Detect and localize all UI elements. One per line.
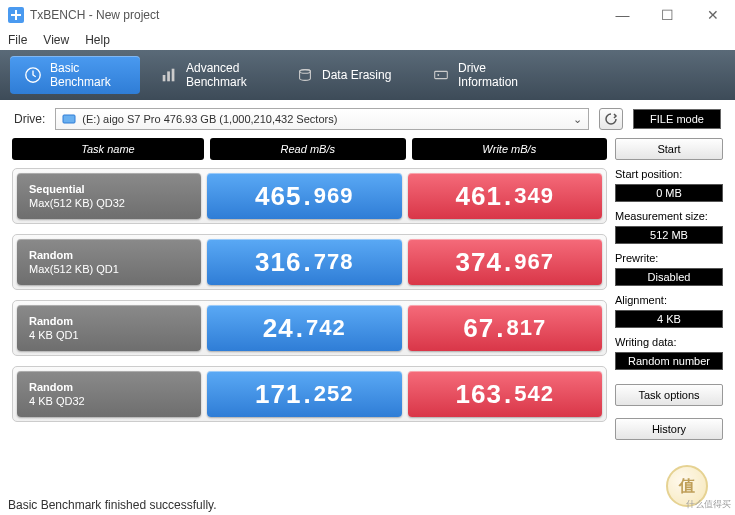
menu-bar: File View Help xyxy=(0,30,735,50)
svg-rect-3 xyxy=(167,71,170,81)
task-random-4k-qd1[interactable]: Random4 KB QD1 xyxy=(17,305,201,351)
drive-label: Drive: xyxy=(14,112,45,126)
minimize-button[interactable]: — xyxy=(600,0,645,30)
refresh-button[interactable] xyxy=(599,108,623,130)
svg-rect-6 xyxy=(435,71,448,78)
drive-select[interactable]: (E:) aigo S7 Pro 476.93 GB (1,000,210,43… xyxy=(55,108,589,130)
read-value: 316.778 xyxy=(207,239,402,285)
svg-rect-4 xyxy=(172,69,175,82)
start-position-label: Start position: xyxy=(615,164,723,180)
table-row: Random4 KB QD1 24.742 67.817 xyxy=(12,300,607,356)
clock-icon xyxy=(24,66,42,84)
measurement-size-label: Measurement size: xyxy=(615,206,723,222)
alignment-label: Alignment: xyxy=(615,290,723,306)
file-mode-button[interactable]: FILE mode xyxy=(633,109,721,129)
status-bar: Basic Benchmark finished successfully. xyxy=(0,495,735,515)
prewrite-value[interactable]: Disabled xyxy=(615,268,723,286)
measurement-size-value[interactable]: 512 MB xyxy=(615,226,723,244)
window-title: TxBENCH - New project xyxy=(30,8,159,22)
tab-drive-information[interactable]: DriveInformation xyxy=(418,56,548,94)
header-task: Task name xyxy=(12,138,204,160)
alignment-value[interactable]: 4 KB xyxy=(615,310,723,328)
tab-advanced-benchmark[interactable]: AdvancedBenchmark xyxy=(146,56,276,94)
tab-data-erasing[interactable]: Data Erasing xyxy=(282,56,412,94)
table-row: RandomMax(512 KB) QD1 316.778 374.967 xyxy=(12,234,607,290)
task-options-button[interactable]: Task options xyxy=(615,384,723,406)
tab-bar: BasicBenchmark AdvancedBenchmark Data Er… xyxy=(0,50,735,100)
tab-basic-benchmark[interactable]: BasicBenchmark xyxy=(10,56,140,94)
erase-icon xyxy=(296,66,314,84)
header-write: Write mB/s xyxy=(412,138,608,160)
writing-data-value[interactable]: Random number xyxy=(615,352,723,370)
drive-icon xyxy=(432,66,450,84)
task-sequential-qd32[interactable]: SequentialMax(512 KB) QD32 xyxy=(17,173,201,219)
writing-data-label: Writing data: xyxy=(615,332,723,348)
svg-point-7 xyxy=(437,74,439,76)
task-random-512-qd1[interactable]: RandomMax(512 KB) QD1 xyxy=(17,239,201,285)
app-icon xyxy=(8,7,24,23)
refresh-icon xyxy=(604,112,618,126)
maximize-button[interactable]: ☐ xyxy=(645,0,690,30)
hdd-icon xyxy=(62,112,76,126)
write-value: 374.967 xyxy=(408,239,603,285)
side-panel: Start Start position: 0 MB Measurement s… xyxy=(615,138,723,440)
svg-point-5 xyxy=(300,70,311,74)
watermark: 值 什么值得买 xyxy=(643,461,731,511)
menu-file[interactable]: File xyxy=(8,33,27,47)
task-random-4k-qd32[interactable]: Random4 KB QD32 xyxy=(17,371,201,417)
history-button[interactable]: History xyxy=(615,418,723,440)
start-button[interactable]: Start xyxy=(615,138,723,160)
bars-icon xyxy=(160,66,178,84)
write-value: 163.542 xyxy=(408,371,603,417)
close-button[interactable]: ✕ xyxy=(690,0,735,30)
write-value: 461.349 xyxy=(408,173,603,219)
prewrite-label: Prewrite: xyxy=(615,248,723,264)
table-row: SequentialMax(512 KB) QD32 465.969 461.3… xyxy=(12,168,607,224)
read-value: 171.252 xyxy=(207,371,402,417)
read-value: 465.969 xyxy=(207,173,402,219)
header-read: Read mB/s xyxy=(210,138,406,160)
table-row: Random4 KB QD32 171.252 163.542 xyxy=(12,366,607,422)
drive-row: Drive: (E:) aigo S7 Pro 476.93 GB (1,000… xyxy=(0,100,735,138)
menu-help[interactable]: Help xyxy=(85,33,110,47)
svg-rect-8 xyxy=(63,115,75,123)
svg-rect-2 xyxy=(163,75,166,81)
start-position-value[interactable]: 0 MB xyxy=(615,184,723,202)
title-bar: TxBENCH - New project — ☐ ✕ xyxy=(0,0,735,30)
results-table: Task name Read mB/s Write mB/s Sequentia… xyxy=(12,138,607,440)
write-value: 67.817 xyxy=(408,305,603,351)
read-value: 24.742 xyxy=(207,305,402,351)
menu-view[interactable]: View xyxy=(43,33,69,47)
